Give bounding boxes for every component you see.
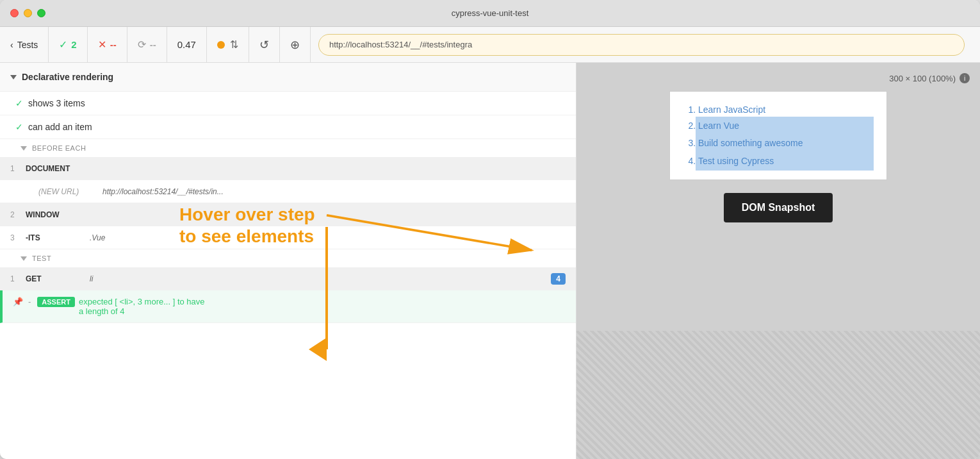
spin-count: -- bbox=[150, 39, 156, 50]
test-group-label: TEST bbox=[32, 255, 51, 262]
test-label: shows 3 items bbox=[28, 98, 85, 108]
steps-container: BEFORE EACH 1 DOCUMENT (NEW URL) http://… bbox=[0, 139, 576, 323]
step-number: 2 bbox=[10, 210, 26, 219]
step-command: -ITS bbox=[26, 233, 90, 242]
step-1-get[interactable]: 1 GET li 4 bbox=[0, 267, 576, 290]
test-item-shows-3-items[interactable]: ✓ shows 3 items bbox=[0, 92, 576, 115]
assert-text: expected [ <li>, 3 more... ] to have a l… bbox=[79, 297, 205, 316]
step-1-document[interactable]: 1 DOCUMENT bbox=[0, 157, 576, 180]
dom-snapshot-label: DOM Snapshot bbox=[742, 202, 815, 213]
toolbar: ‹ Tests ✓ 2 ✕ -- ⟳ -- 0.47 ⇅ ↺ ⊕ bbox=[0, 27, 980, 63]
step-2-window[interactable]: 2 WINDOW bbox=[0, 203, 576, 226]
collapse-icon[interactable] bbox=[10, 75, 17, 79]
step-arg: .Vue bbox=[90, 233, 105, 242]
pass-icon: ✓ bbox=[15, 98, 23, 108]
traffic-lights bbox=[10, 9, 45, 17]
maximize-button[interactable] bbox=[37, 9, 45, 17]
before-each-header: BEFORE EACH bbox=[0, 139, 576, 157]
list-item-text: Learn Vue bbox=[696, 117, 874, 135]
spin-icon: ⟳ bbox=[138, 38, 146, 51]
cross-icon: ✕ bbox=[98, 38, 106, 51]
collapse-test-icon[interactable] bbox=[20, 256, 27, 261]
back-label: Tests bbox=[17, 40, 38, 50]
left-panel: Declarative rendering ✓ shows 3 items ✓ … bbox=[0, 63, 576, 459]
status-dot bbox=[217, 41, 225, 49]
step-badge: 4 bbox=[551, 273, 566, 285]
step-number: 1 bbox=[10, 164, 26, 173]
spin-count-section: ⟳ -- bbox=[127, 27, 167, 62]
info-icon: i bbox=[960, 73, 970, 83]
status-section: ⇅ bbox=[207, 27, 249, 62]
fail-count-section: ✕ -- bbox=[88, 27, 127, 62]
step-arg: http://localhost:53214/__/#tests/in... bbox=[102, 187, 224, 196]
before-each-label: BEFORE EACH bbox=[32, 144, 86, 152]
list-item-3: Build something awesome bbox=[698, 134, 871, 153]
time-section: 0.47 bbox=[167, 27, 207, 62]
check-icon: ✓ bbox=[59, 38, 67, 51]
elapsed-time: 0.47 bbox=[177, 39, 196, 50]
collapse-before-each-icon[interactable] bbox=[20, 146, 27, 151]
crosshair-icon[interactable]: ⊕ bbox=[290, 38, 300, 52]
chevron-left-icon: ‹ bbox=[10, 40, 13, 50]
pass-count-section: ✓ 2 bbox=[49, 27, 87, 62]
pass-count: 2 bbox=[71, 39, 76, 50]
step-new-url[interactable]: (NEW URL) http://localhost:53214/__/#tes… bbox=[0, 180, 576, 203]
list-item-text: Learn JavaScript bbox=[698, 104, 765, 115]
fail-count: -- bbox=[110, 39, 117, 50]
pass-icon: ✓ bbox=[15, 122, 23, 132]
test-item-can-add-item[interactable]: ✓ can add an item bbox=[0, 115, 576, 139]
sort-icon: ⇅ bbox=[230, 38, 238, 51]
step-number: 1 bbox=[10, 274, 26, 283]
close-button[interactable] bbox=[10, 9, 19, 17]
pin-icon: 📌 bbox=[13, 297, 23, 306]
step-command: DOCUMENT bbox=[26, 164, 90, 173]
crosshair-section[interactable]: ⊕ bbox=[280, 27, 311, 62]
dom-snapshot-button[interactable]: DOM Snapshot bbox=[724, 193, 833, 222]
step-command: (NEW URL) bbox=[38, 187, 102, 196]
step-arg: li bbox=[90, 274, 93, 283]
minimize-button[interactable] bbox=[24, 9, 32, 17]
list-item-text: Test using Cypress bbox=[696, 152, 874, 171]
section-title: Declarative rendering bbox=[22, 72, 113, 82]
section-header: Declarative rendering bbox=[0, 63, 576, 92]
step-command: GET bbox=[26, 274, 90, 283]
list-item-2: Learn Vue bbox=[698, 117, 871, 135]
main-content: Declarative rendering ✓ shows 3 items ✓ … bbox=[0, 63, 980, 459]
list-item-text: Build something awesome bbox=[696, 134, 874, 153]
window-title: cypress-vue-unit-test bbox=[452, 8, 529, 18]
url-text: http://localhost:53214/__/#tests/integra bbox=[329, 40, 472, 49]
reload-icon[interactable]: ↺ bbox=[259, 38, 269, 52]
viewport-dimensions: 300 × 100 (100%) bbox=[889, 74, 956, 83]
list-item-4: Test using Cypress bbox=[698, 152, 871, 171]
assert-step[interactable]: 📌 - ASSERT expected [ <li>, 3 more... ] … bbox=[0, 290, 576, 323]
url-bar[interactable]: http://localhost:53214/__/#tests/integra bbox=[318, 34, 965, 56]
preview-list: Learn JavaScript Learn Vue Build somethi… bbox=[685, 102, 871, 171]
app-window: cypress-vue-unit-test ‹ Tests ✓ 2 ✕ -- ⟳… bbox=[0, 0, 980, 459]
viewport-info: 300 × 100 (100%) i bbox=[889, 73, 980, 83]
reload-section[interactable]: ↺ bbox=[249, 27, 280, 62]
test-header: TEST bbox=[0, 249, 576, 267]
step-command: WINDOW bbox=[26, 210, 90, 219]
preview-area: Learn JavaScript Learn Vue Build somethi… bbox=[669, 91, 887, 180]
assert-badge: ASSERT bbox=[37, 297, 75, 307]
test-label: can add an item bbox=[28, 122, 92, 132]
step-number: 3 bbox=[10, 233, 26, 242]
right-panel: 300 × 100 (100%) i Learn JavaScript Lear… bbox=[576, 63, 980, 459]
back-button[interactable]: ‹ Tests bbox=[8, 27, 49, 62]
title-bar: cypress-vue-unit-test bbox=[0, 0, 980, 27]
list-item-1: Learn JavaScript bbox=[698, 102, 871, 118]
step-3-its[interactable]: 3 -ITS .Vue bbox=[0, 226, 576, 249]
